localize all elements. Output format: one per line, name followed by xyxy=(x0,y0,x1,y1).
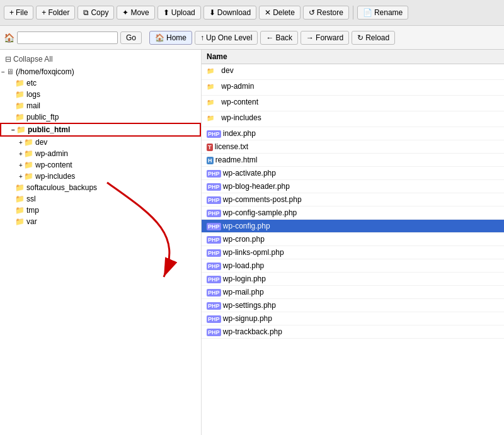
tree-item[interactable]: −📁public_html xyxy=(0,123,201,137)
file-table: Name 📁 dev📁 wp-admin📁 wp-content📁 wp-inc… xyxy=(202,50,504,339)
name-column-header: Name xyxy=(202,50,504,64)
table-row[interactable]: PHP wp-activate.php xyxy=(202,167,504,180)
file-name: wp-settings.php xyxy=(223,301,276,310)
folder-icon: 📁 xyxy=(15,183,25,192)
table-row[interactable]: PHP wp-load.php xyxy=(202,259,504,273)
table-row[interactable]: PHP wp-mail.php xyxy=(202,286,504,299)
tree-item[interactable]: 📁tmp xyxy=(0,205,201,216)
tree-item[interactable]: +📁wp-content xyxy=(0,159,201,171)
file-tree: −🖥(/home/foxqicom)📁etc📁logs📁mail📁public_… xyxy=(0,66,201,227)
address-input[interactable]: public_html xyxy=(17,31,118,44)
tree-toggle[interactable]: + xyxy=(18,162,24,169)
tree-item[interactable]: 📁mail xyxy=(0,100,201,111)
tree-item[interactable]: +📁dev xyxy=(0,137,201,148)
sidebar: ⊟ Collapse All −🖥(/home/foxqicom)📁etc📁lo… xyxy=(0,50,202,435)
php-badge: PHP xyxy=(207,170,221,178)
tree-label: logs xyxy=(26,90,40,99)
table-row[interactable]: PHP wp-config.php xyxy=(202,220,504,233)
folder-icon: 📁 xyxy=(24,138,33,147)
tree-toggle[interactable]: − xyxy=(10,127,16,133)
navbar: 🏠 public_html Go 🏠 Home ↑ Up One Level ←… xyxy=(0,26,504,50)
back-button[interactable]: ← Back xyxy=(260,31,298,45)
forward-button[interactable]: → Forward xyxy=(301,31,349,45)
go-button[interactable]: Go xyxy=(120,31,142,44)
table-row[interactable]: H readme.html xyxy=(202,154,504,167)
folder-icon: 🖥 xyxy=(6,67,14,76)
address-bar: 🏠 public_html Go xyxy=(4,31,142,44)
table-row[interactable]: T license.txt xyxy=(202,140,504,154)
table-row[interactable]: PHP wp-cron.php xyxy=(202,233,504,246)
tree-item[interactable]: −🖥(/home/foxqicom) xyxy=(0,66,201,77)
file-name-cell: PHP wp-login.php xyxy=(202,273,504,286)
home-button[interactable]: 🏠 Home xyxy=(149,31,192,45)
tree-item[interactable]: 📁ssl xyxy=(0,193,201,205)
copy-button[interactable]: ⧉ Copy xyxy=(77,6,114,20)
tree-item[interactable]: +📁wp-includes xyxy=(0,171,201,182)
restore-button[interactable]: ↺ Restore xyxy=(303,6,349,20)
restore-icon: ↺ xyxy=(309,8,315,17)
delete-button[interactable]: ✕ Delete xyxy=(259,6,301,20)
tree-toggle[interactable]: + xyxy=(18,150,24,157)
folder-icon: 📁 xyxy=(15,79,25,88)
txt-badge: T xyxy=(207,144,213,151)
file-name-cell: PHP index.php xyxy=(202,127,504,140)
tree-label: (/home/foxqicom) xyxy=(16,67,74,76)
file-name: wp-config-sample.php xyxy=(223,208,297,217)
file-name-cell: PHP wp-cron.php xyxy=(202,233,504,246)
delete-icon: ✕ xyxy=(265,8,271,17)
file-name-cell: PHP wp-links-opml.php xyxy=(202,246,504,259)
collapse-all-button[interactable]: ⊟ Collapse All xyxy=(0,52,201,66)
upload-button[interactable]: ⬆ Upload xyxy=(158,6,201,20)
move-button[interactable]: ✦ Move xyxy=(117,6,154,20)
folder-icon: 📁 xyxy=(24,161,33,169)
table-row[interactable]: 📁 wp-includes xyxy=(202,111,504,127)
reload-icon: ↻ xyxy=(357,33,364,42)
tree-toggle[interactable]: − xyxy=(0,69,6,76)
up-one-level-button[interactable]: ↑ Up One Level xyxy=(195,31,258,45)
tree-label: var xyxy=(26,217,37,226)
table-row[interactable]: PHP wp-config-sample.php xyxy=(202,206,504,220)
table-row[interactable]: PHP index.php xyxy=(202,127,504,140)
file-name: license.txt xyxy=(215,142,248,151)
tree-item[interactable]: 📁var xyxy=(0,216,201,227)
table-row[interactable]: 📁 wp-admin xyxy=(202,80,504,96)
table-row[interactable]: PHP wp-login.php xyxy=(202,273,504,286)
rename-button[interactable]: 📄 Rename xyxy=(357,6,408,20)
php-badge: PHP xyxy=(207,223,221,230)
download-button[interactable]: ⬇ Download xyxy=(203,6,256,20)
table-row[interactable]: 📁 wp-content xyxy=(202,96,504,111)
tree-toggle[interactable]: + xyxy=(18,139,24,146)
table-row[interactable]: PHP wp-links-opml.php xyxy=(202,246,504,259)
tree-item[interactable]: 📁softaculous_backups xyxy=(0,182,201,193)
file-name: wp-login.php xyxy=(223,274,266,283)
tree-toggle[interactable]: + xyxy=(18,173,24,180)
php-badge: PHP xyxy=(207,130,221,138)
folder-icon: 📁 xyxy=(207,83,219,93)
tree-label: softaculous_backups xyxy=(26,183,97,192)
main-area: ⊟ Collapse All −🖥(/home/foxqicom)📁etc📁lo… xyxy=(0,50,504,435)
plus-icon: + xyxy=(42,8,46,17)
file-name-cell: PHP wp-mail.php xyxy=(202,286,504,299)
copy-icon: ⧉ xyxy=(83,8,89,17)
tree-item[interactable]: 📁logs xyxy=(0,89,201,100)
file-name-cell: H readme.html xyxy=(202,154,504,167)
table-row[interactable]: PHP wp-signup.php xyxy=(202,312,504,325)
reload-button[interactable]: ↻ Reload xyxy=(352,31,395,45)
tree-item[interactable]: +📁wp-admin xyxy=(0,148,201,159)
table-row[interactable]: PHP wp-comments-post.php xyxy=(202,193,504,206)
table-row[interactable]: 📁 dev xyxy=(202,64,504,80)
table-row[interactable]: PHP wp-blog-header.php xyxy=(202,180,504,193)
table-row[interactable]: PHP wp-trackback.php xyxy=(202,325,504,339)
file-name: wp-links-opml.php xyxy=(223,248,284,257)
php-badge: PHP xyxy=(207,263,221,270)
tree-item[interactable]: 📁public_ftp xyxy=(0,111,201,123)
file-button[interactable]: + File xyxy=(4,6,33,20)
file-name-cell: PHP wp-config.php xyxy=(202,220,504,233)
file-name: wp-content xyxy=(221,98,258,106)
file-name: wp-load.php xyxy=(223,261,264,270)
collapse-icon: ⊟ xyxy=(5,55,11,64)
table-row[interactable]: PHP wp-settings.php xyxy=(202,299,504,312)
tree-item[interactable]: 📁etc xyxy=(0,77,201,89)
file-name-cell: PHP wp-blog-header.php xyxy=(202,180,504,193)
folder-button[interactable]: + Folder xyxy=(36,6,75,20)
